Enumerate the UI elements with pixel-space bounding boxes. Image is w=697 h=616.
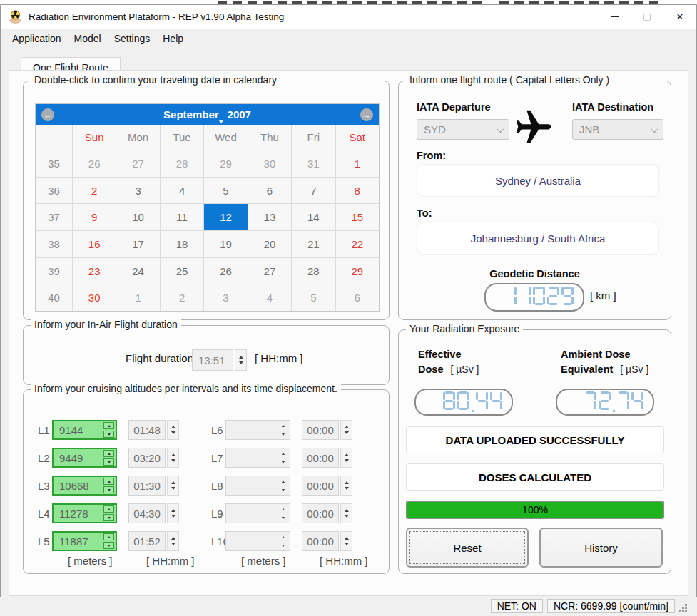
spin-down-icon[interactable] xyxy=(278,458,288,466)
time-spin-buttons[interactable] xyxy=(340,503,352,523)
calendar-day[interactable]: 2 xyxy=(161,284,204,311)
calendar-day[interactable]: 14 xyxy=(292,204,335,230)
altitude-meters-spinner[interactable] xyxy=(225,448,290,468)
spin-down-icon[interactable] xyxy=(103,514,114,521)
calendar-day[interactable]: 6 xyxy=(336,284,379,311)
calendar-day[interactable]: 9 xyxy=(73,204,116,230)
altitude-meters-spinner[interactable]: 11278 xyxy=(52,503,117,523)
altitude-time-value[interactable]: 01:48 xyxy=(128,420,166,440)
calendar-day[interactable]: 2 xyxy=(73,178,116,204)
iata-departure-select[interactable]: SYD xyxy=(417,119,509,140)
calendar-day[interactable]: 4 xyxy=(161,178,204,204)
altitude-time-value[interactable]: 01:52 xyxy=(128,531,166,551)
calendar-day[interactable]: 26 xyxy=(204,258,248,284)
calendar-day[interactable]: 28 xyxy=(161,150,204,177)
meters-spin-buttons[interactable] xyxy=(103,505,114,521)
meters-spin-buttons[interactable] xyxy=(278,450,288,466)
time-spin-buttons[interactable] xyxy=(167,476,179,496)
spin-down-icon[interactable] xyxy=(278,431,288,438)
spin-up-icon[interactable] xyxy=(103,505,114,513)
calendar-day[interactable]: 27 xyxy=(248,258,292,284)
calendar-day[interactable]: 1 xyxy=(116,284,160,311)
calendar-day[interactable]: 3 xyxy=(116,178,160,204)
calendar-day[interactable]: 27 xyxy=(116,150,160,177)
altitude-time-spinner[interactable]: 00:00 xyxy=(302,420,352,440)
altitude-meters-spinner[interactable] xyxy=(225,531,290,551)
altitude-meters-spinner[interactable]: 9449 xyxy=(52,448,117,468)
calendar-day[interactable]: 19 xyxy=(204,231,248,257)
calendar-day[interactable]: 18 xyxy=(161,231,204,257)
spin-down-icon[interactable] xyxy=(103,431,114,438)
meters-spin-buttons[interactable] xyxy=(278,505,288,521)
time-spin-buttons[interactable] xyxy=(167,503,179,523)
calendar-day[interactable]: 29 xyxy=(204,150,248,177)
altitude-meters-spinner[interactable]: 10668 xyxy=(52,476,117,496)
title-bar[interactable]: Radiation Environment Plataform - REP v1… xyxy=(1,5,696,29)
altitude-time-spinner[interactable]: 01:30 xyxy=(128,476,179,496)
time-spin-buttons[interactable] xyxy=(167,531,179,551)
altitude-meters-spinner[interactable] xyxy=(225,503,290,523)
spin-down-icon[interactable] xyxy=(278,486,288,493)
altitude-time-spinner[interactable]: 04:30 xyxy=(128,503,179,523)
meters-spin-buttons[interactable] xyxy=(278,533,288,549)
calendar-day[interactable]: 26 xyxy=(73,150,116,177)
altitude-time-spinner[interactable]: 00:00 xyxy=(302,503,352,523)
spin-down-icon[interactable] xyxy=(103,458,114,466)
close-button[interactable]: ✕ xyxy=(663,5,696,29)
calendar-day[interactable]: 13 xyxy=(248,204,292,230)
calendar-prev-month-button[interactable]: ← xyxy=(41,108,54,121)
menu-settings[interactable]: Settings xyxy=(108,31,156,46)
spin-up-icon[interactable] xyxy=(103,533,114,540)
calendar-day[interactable]: 31 xyxy=(292,150,335,177)
maximize-button[interactable] xyxy=(631,5,663,29)
reset-button[interactable]: Reset xyxy=(406,528,529,568)
calendar-day[interactable]: 10 xyxy=(116,204,160,230)
calendar-day[interactable]: 1 xyxy=(336,150,379,177)
calendar-year[interactable]: 2007 xyxy=(228,108,251,120)
flight-duration-spinner[interactable]: 13:51 xyxy=(192,349,247,371)
time-spin-buttons[interactable] xyxy=(167,448,179,468)
spin-up-icon[interactable] xyxy=(278,450,288,457)
calendar-day[interactable]: 30 xyxy=(73,284,116,311)
meters-spin-buttons[interactable] xyxy=(103,450,114,466)
altitude-meters-spinner[interactable]: 11887 xyxy=(52,531,117,551)
altitude-time-value[interactable]: 00:00 xyxy=(302,503,339,523)
spin-up-icon[interactable] xyxy=(103,478,114,485)
spin-down-icon[interactable] xyxy=(103,486,114,493)
history-button[interactable]: History xyxy=(539,528,663,568)
calendar-day[interactable]: 29 xyxy=(336,258,379,284)
calendar-next-month-button[interactable]: → xyxy=(360,108,373,121)
altitude-time-value[interactable]: 03:20 xyxy=(128,448,166,468)
altitude-time-value[interactable]: 00:00 xyxy=(302,476,339,496)
altitude-time-spinner[interactable]: 00:00 xyxy=(302,476,352,496)
calendar-day[interactable]: 25 xyxy=(161,258,204,284)
time-spin-buttons[interactable] xyxy=(167,420,179,440)
meters-spin-buttons[interactable] xyxy=(278,422,288,438)
flight-duration-value[interactable]: 13:51 xyxy=(192,349,233,371)
calendar-day[interactable]: 15 xyxy=(336,204,379,230)
altitude-meters-spinner[interactable]: 9144 xyxy=(52,420,117,440)
menu-help[interactable]: Help xyxy=(157,31,189,46)
calendar-day[interactable]: 4 xyxy=(248,284,292,311)
altitude-time-spinner[interactable]: 01:52 xyxy=(128,531,179,551)
spin-down-icon[interactable] xyxy=(103,542,114,549)
altitude-time-spinner[interactable]: 00:00 xyxy=(302,448,352,468)
altitude-time-value[interactable]: 01:30 xyxy=(128,476,166,496)
calendar-day[interactable]: 8 xyxy=(336,178,379,204)
flight-duration-spin-buttons[interactable] xyxy=(235,349,247,371)
altitude-time-spinner[interactable]: 03:20 xyxy=(128,448,179,468)
calendar-day[interactable]: 24 xyxy=(116,258,160,284)
spin-down-icon[interactable] xyxy=(278,514,288,521)
menu-model[interactable]: Model xyxy=(68,31,107,46)
time-spin-buttons[interactable] xyxy=(340,476,352,496)
calendar-day[interactable]: 6 xyxy=(248,178,292,204)
meters-spin-buttons[interactable] xyxy=(103,478,114,493)
iata-destination-select[interactable]: JNB xyxy=(572,119,663,140)
resize-grip-icon[interactable] xyxy=(679,604,687,612)
altitude-time-value[interactable]: 00:00 xyxy=(302,420,339,440)
minimize-button[interactable] xyxy=(598,5,631,29)
calendar-day[interactable]: 23 xyxy=(73,258,116,284)
spin-up-icon[interactable] xyxy=(103,450,114,457)
time-spin-buttons[interactable] xyxy=(340,448,352,468)
calendar-day[interactable]: 5 xyxy=(204,178,248,204)
